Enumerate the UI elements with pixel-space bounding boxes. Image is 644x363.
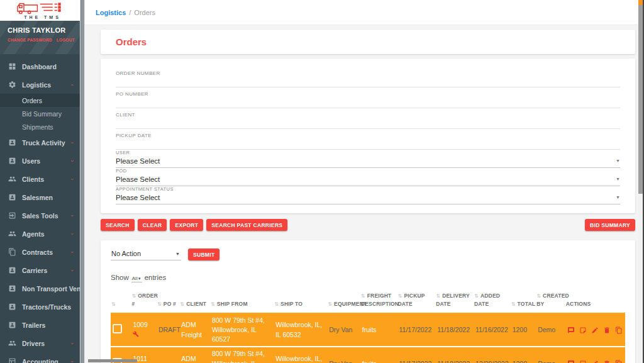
- wrench-icon[interactable]: [133, 330, 154, 340]
- chevron-down-icon: [70, 268, 75, 273]
- row-checkbox[interactable]: [113, 324, 122, 333]
- sidebar-item-label: Non Transport Vendors: [22, 285, 85, 293]
- sort-icon[interactable]: ⇅: [474, 293, 479, 299]
- breadcrumb-logistics[interactable]: Logistics: [96, 9, 126, 16]
- created-by-cell: Demo: [536, 313, 565, 347]
- column-header-total[interactable]: ⇅TOTAL: [511, 291, 536, 313]
- sidebar-menu: DashboardLogisticsOrdersBid SummaryShipm…: [0, 54, 85, 363]
- sidebar-item-carriers[interactable]: Carriers: [0, 261, 85, 279]
- edit-icon[interactable]: [591, 360, 599, 363]
- sort-icon[interactable]: ⇅: [131, 293, 136, 299]
- sidebar-item-bid-summary[interactable]: Bid Summary: [0, 107, 85, 120]
- created-by-cell: Demo: [536, 347, 565, 363]
- sort-icon[interactable]: ⇅: [398, 293, 402, 299]
- column-header-actions[interactable]: ACTIONS: [565, 291, 625, 313]
- column-header-client[interactable]: ⇅CLIENT: [179, 291, 210, 313]
- sidebar-item-label: Bid Summary: [22, 110, 62, 118]
- sidebar-item-non-transport-vendors[interactable]: Non Transport Vendors: [0, 279, 85, 298]
- logout-link[interactable]: LOGOUT: [57, 38, 75, 42]
- column-header-order[interactable]: ⇅ORDER #: [131, 291, 156, 313]
- sort-icon[interactable]: ⇅: [111, 301, 116, 307]
- sort-icon[interactable]: ⇅: [436, 293, 440, 299]
- order-number-cell: 1009: [131, 313, 156, 347]
- page-title: Orders: [116, 36, 620, 47]
- submit-button[interactable]: SUBMIT: [188, 249, 219, 260]
- page-scrollbar[interactable]: [638, 0, 643, 363]
- chat-icon[interactable]: [567, 327, 575, 334]
- edit-icon[interactable]: [591, 327, 599, 334]
- chevron-down-icon: [70, 250, 75, 255]
- column-header-freight-description[interactable]: ⇅FREIGHT DESCRIPTION: [360, 291, 397, 313]
- column-header-created-by[interactable]: ⇅CREATED BY: [536, 291, 565, 313]
- page-scrollbar-thumb[interactable]: [638, 5, 643, 194]
- filter-input-client[interactable]: [116, 118, 620, 129]
- column-header-pickup-date[interactable]: ⇅PICKUP DATE: [397, 291, 436, 313]
- filter-input-pickup-date[interactable]: [116, 138, 620, 150]
- column-header-delivery-date[interactable]: ⇅DELIVERY DATE: [435, 291, 474, 313]
- search-button[interactable]: SEARCH: [101, 219, 135, 231]
- sort-icon[interactable]: ⇅: [361, 293, 365, 299]
- delete-icon[interactable]: [603, 327, 611, 334]
- sidebar-item-clients[interactable]: Clients: [0, 170, 85, 188]
- filter-input-po-number[interactable]: [116, 97, 620, 108]
- bid-summary-button[interactable]: BID SUMMARY: [585, 219, 635, 231]
- change-password-link[interactable]: CHANGE PASSWORD: [8, 38, 52, 42]
- copy-icon[interactable]: [615, 327, 623, 334]
- table-horizontal-scrollbar-thumb[interactable]: [88, 359, 137, 362]
- copy-icon[interactable]: [615, 360, 623, 363]
- bulk-action-select[interactable]: No Action ▼: [111, 248, 181, 260]
- sidebar-scrollbar[interactable]: [80, 0, 85, 363]
- sort-icon[interactable]: ⇅: [328, 301, 332, 307]
- sort-icon[interactable]: ⇅: [511, 301, 516, 307]
- sidebar-item-sales-tools[interactable]: Sales Tools: [0, 206, 85, 225]
- sidebar-item-dashboard[interactable]: Dashboard: [0, 57, 85, 75]
- sort-icon[interactable]: ⇅: [180, 301, 184, 307]
- column-header-added-date[interactable]: ⇅ADDED DATE: [474, 291, 511, 313]
- sidebar-item-trailers[interactable]: Trailers: [0, 316, 85, 334]
- sidebar-item-salesmen[interactable]: Salesmen: [0, 188, 85, 206]
- sidebar-item-truck-activity[interactable]: Truck Activity: [0, 133, 85, 152]
- export-button[interactable]: EXPORT: [170, 219, 203, 231]
- show-label: Show: [111, 274, 129, 281]
- filter-input-order-number[interactable]: [116, 76, 620, 87]
- clear-button[interactable]: CLEAR: [138, 219, 167, 231]
- note-icon[interactable]: [579, 360, 587, 363]
- page-size-select[interactable]: All▼: [131, 276, 142, 282]
- column-header-equipment[interactable]: ⇅EQUIPMENT: [327, 291, 360, 313]
- search-select-fields: USERPlease Select▼PODPlease Select▼APPOI…: [116, 150, 620, 204]
- sidebar-scrollbar-thumb[interactable]: [80, 0, 84, 363]
- note-icon[interactable]: [579, 327, 587, 334]
- entries-row: Show All▼ entries: [111, 274, 625, 282]
- filter-select-value-pod[interactable]: Please Select▼: [116, 174, 620, 186]
- column-header-po[interactable]: ⇅PO #: [157, 291, 179, 313]
- sort-icon[interactable]: ⇅: [536, 293, 541, 299]
- sidebar-item-tractors-trucks[interactable]: Tractors/Trucks: [0, 298, 85, 316]
- sidebar-item-contracts[interactable]: Contracts: [0, 243, 85, 261]
- sidebar-item-accounting[interactable]: Accounting: [0, 352, 85, 363]
- filter-select-value-user[interactable]: Please Select▼: [116, 155, 620, 168]
- sidebar-item-logistics[interactable]: Logistics: [0, 75, 85, 94]
- orders-title-card: Orders: [101, 30, 635, 54]
- app-logo[interactable]: THE TMS: [0, 0, 85, 21]
- sort-icon[interactable]: ⇅: [274, 301, 279, 307]
- search-past-carriers-button[interactable]: SEARCH PAST CARRIERS: [206, 219, 287, 231]
- column-header-ship-from[interactable]: ⇅SHIP FROM: [210, 291, 274, 313]
- sidebar-item-drivers[interactable]: Drivers: [0, 334, 85, 352]
- sidebar-item-agents[interactable]: Agents: [0, 225, 85, 243]
- page-scrollbar-top-marker[interactable]: [638, 0, 643, 5]
- sidebar-item-users[interactable]: Users: [0, 152, 85, 170]
- sidebar-item-orders[interactable]: Orders: [0, 94, 85, 107]
- chat-icon[interactable]: [567, 360, 575, 363]
- column-header-ship-to[interactable]: ⇅SHIP TO: [274, 291, 327, 313]
- column-header-select[interactable]: ⇅: [111, 291, 131, 313]
- column-label: CLIENT: [186, 301, 206, 307]
- ship-from-cell: 800 W 79th St #4, Willowbrook, IL 60527: [210, 347, 274, 363]
- sort-icon[interactable]: ⇅: [157, 301, 162, 307]
- sort-icon[interactable]: ⇅: [211, 301, 215, 307]
- field-label: USER: [116, 150, 620, 155]
- search-actions-row: SEARCHCLEAREXPORTSEARCH PAST CARRIERS BI…: [101, 219, 635, 231]
- order-number-link[interactable]: 1009: [133, 321, 147, 328]
- sidebar-item-shipments[interactable]: Shipments: [0, 120, 85, 133]
- delete-icon[interactable]: [603, 360, 611, 363]
- filter-select-value-appointment-status[interactable]: Please Select▼: [116, 192, 620, 204]
